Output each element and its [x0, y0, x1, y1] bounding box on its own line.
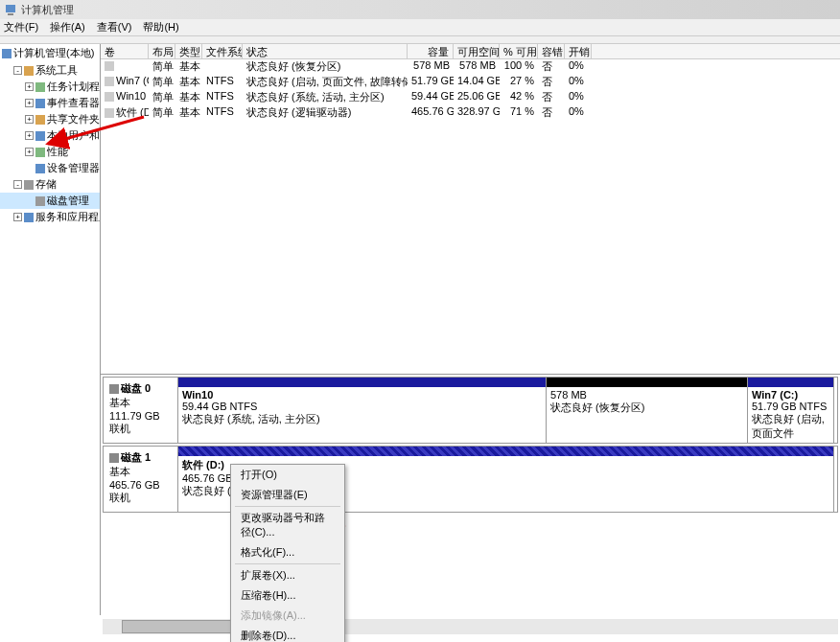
volume-icon — [105, 92, 114, 102]
partition-stripe — [748, 378, 833, 387]
disk-info[interactable]: 磁盘 0基本111.79 GB联机 — [104, 378, 178, 443]
menu-action[interactable]: 操作(A) — [50, 20, 85, 34]
header-pct[interactable]: % 可用 — [500, 44, 538, 58]
collapse-icon[interactable]: - — [13, 66, 22, 75]
disk-graphic-panel: 磁盘 0基本111.79 GB联机Win1059.44 GB NTFS状态良好 … — [101, 375, 840, 615]
event-icon — [35, 99, 45, 108]
folder-icon — [35, 115, 45, 125]
disk-icon — [109, 384, 119, 394]
services-icon — [24, 213, 34, 222]
ctx-explorer[interactable]: 资源管理器(E) — [231, 485, 344, 505]
volume-icon — [105, 61, 114, 71]
perf-icon — [35, 148, 45, 157]
tree-users[interactable]: + 本地用户和组 — [0, 127, 100, 144]
ctx-mirror: 添加镜像(A)... — [231, 606, 344, 626]
collapse-icon[interactable]: - — [13, 180, 22, 189]
header-fs[interactable]: 文件系统 — [202, 44, 243, 58]
table-row[interactable]: Win7 (C:) 简单 基本 NTFS 状态良好 (启动, 页面文件, 故障转… — [101, 75, 840, 90]
header-free[interactable]: 可用空间 — [454, 44, 500, 58]
ctx-change-letter[interactable]: 更改驱动器号和路径(C)... — [231, 508, 344, 542]
tree-diskmgmt[interactable]: 磁盘管理 — [0, 193, 100, 209]
volume-icon — [105, 77, 114, 86]
tree-systools[interactable]: - 系统工具 — [0, 62, 100, 79]
header-capacity[interactable]: 容量 — [408, 44, 454, 58]
app-icon — [4, 3, 17, 16]
partition-stripe — [178, 378, 546, 387]
menu-file[interactable]: 文件(F) — [4, 20, 38, 34]
navigation-tree[interactable]: 计算机管理(本地) - 系统工具 + 任务计划程序 + 事件查看器 + 共享文件… — [0, 44, 101, 615]
horizontal-scrollbar[interactable] — [103, 619, 838, 634]
header-status[interactable]: 状态 — [243, 44, 408, 58]
separator — [235, 563, 340, 564]
tree-eventviewer[interactable]: + 事件查看器 — [0, 95, 100, 111]
scheduler-icon — [35, 82, 45, 92]
tree-storage[interactable]: - 存储 — [0, 176, 100, 193]
header-fault[interactable]: 容错 — [538, 44, 565, 58]
context-menu: 打开(O) 资源管理器(E) 更改驱动器号和路径(C)... 格式化(F)...… — [230, 464, 345, 642]
expand-icon[interactable]: + — [25, 82, 34, 91]
partition[interactable]: 578 MB状态良好 (恢复分区) — [547, 378, 748, 443]
expand-icon[interactable]: + — [25, 131, 34, 140]
header-volume[interactable]: 卷 — [101, 44, 149, 58]
expand-icon[interactable]: + — [25, 99, 34, 107]
ctx-open[interactable]: 打开(O) — [231, 465, 344, 485]
partition[interactable]: Win7 (C:)51.79 GB NTFS状态良好 (启动, 页面文件 — [748, 378, 834, 443]
header-overhead[interactable]: 开销 — [565, 44, 592, 58]
ctx-shrink[interactable]: 压缩卷(H)... — [231, 585, 344, 606]
volume-list[interactable]: 卷 布局 类型 文件系统 状态 容量 可用空间 % 可用 容错 开销 简单 基本… — [101, 44, 840, 375]
menubar: 文件(F) 操作(A) 查看(V) 帮助(H) — [0, 19, 840, 36]
tree-scheduler[interactable]: + 任务计划程序 — [0, 79, 100, 95]
svg-rect-1 — [8, 13, 13, 15]
disk-icon — [109, 453, 119, 463]
tree-devmgr[interactable]: 设备管理器 — [0, 160, 100, 176]
storage-icon — [24, 180, 34, 190]
computer-icon — [2, 49, 12, 58]
partition[interactable]: Win1059.44 GB NTFS状态良好 (系统, 活动, 主分区) — [178, 378, 547, 443]
disk-row: 磁盘 0基本111.79 GB联机Win1059.44 GB NTFS状态良好 … — [103, 377, 838, 444]
expand-icon[interactable]: + — [25, 148, 34, 156]
ctx-format[interactable]: 格式化(F)... — [231, 542, 344, 562]
tree-services[interactable]: + 服务和应用程序 — [0, 209, 100, 225]
users-icon — [35, 131, 45, 141]
ctx-extend[interactable]: 扩展卷(X)... — [231, 565, 344, 585]
device-icon — [35, 164, 45, 173]
header-type[interactable]: 类型 — [175, 44, 202, 58]
menu-view[interactable]: 查看(V) — [97, 20, 132, 34]
disk-info[interactable]: 磁盘 1基本465.76 GB联机 — [104, 447, 178, 512]
tree-root[interactable]: 计算机管理(本地) — [0, 44, 100, 62]
tools-icon — [24, 66, 34, 76]
toolbar — [0, 36, 840, 44]
table-row[interactable]: Win10 简单 基本 NTFS 状态良好 (系统, 活动, 主分区) 59.4… — [101, 90, 840, 105]
ctx-delete[interactable]: 删除卷(D)... — [231, 626, 344, 642]
header-layout[interactable]: 布局 — [149, 44, 175, 58]
table-header: 卷 布局 类型 文件系统 状态 容量 可用空间 % 可用 容错 开销 — [101, 44, 840, 59]
window-title: 计算机管理 — [21, 3, 74, 17]
expand-icon[interactable]: + — [13, 213, 22, 221]
expand-icon[interactable]: + — [25, 115, 34, 124]
tree-shared[interactable]: + 共享文件夹 — [0, 111, 100, 127]
menu-help[interactable]: 帮助(H) — [143, 20, 178, 34]
partition-stripe — [178, 447, 833, 456]
disk-row: 磁盘 1基本465.76 GB联机软件 (D:)465.76 GB状态良好 ( — [103, 446, 838, 513]
separator — [235, 506, 340, 507]
svg-rect-0 — [6, 5, 15, 12]
volume-icon — [105, 108, 114, 118]
window-titlebar: 计算机管理 — [0, 0, 840, 19]
table-row[interactable]: 软件 (D:) 简单 基本 NTFS 状态良好 (逻辑驱动器) 465.76 G… — [101, 105, 840, 121]
table-row[interactable]: 简单 基本 状态良好 (恢复分区) 578 MB 578 MB 100 % 否 … — [101, 59, 840, 75]
tree-perf[interactable]: + 性能 — [0, 144, 100, 160]
partition-stripe — [547, 378, 747, 387]
disk-icon — [35, 196, 45, 206]
